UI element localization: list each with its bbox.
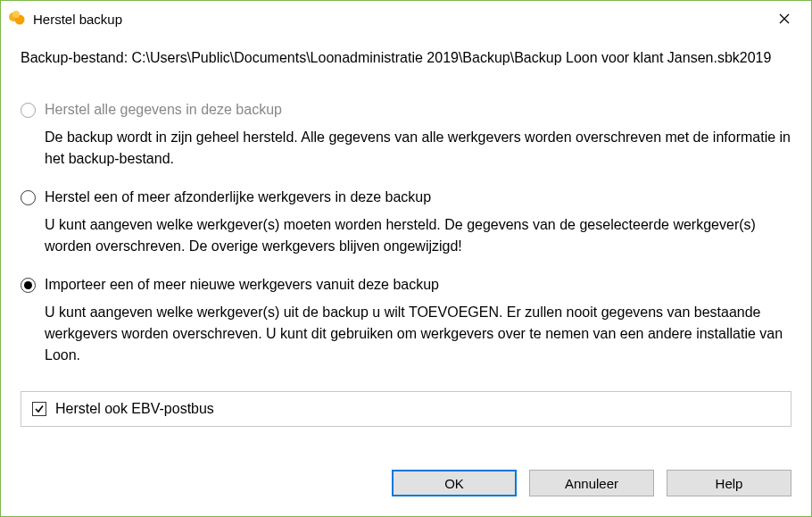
radio-restore-some-label[interactable]: Herstel een of meer afzonderlijke werkge… (45, 189, 431, 205)
ok-button[interactable]: OK (392, 470, 517, 496)
restore-options-group: Herstel alle gegevens in deze backup De … (21, 102, 791, 366)
radio-restore-all-label: Herstel alle gegevens in deze backup (45, 102, 282, 118)
titlebar: Herstel backup (1, 1, 811, 37)
cancel-button[interactable]: Annuleer (529, 470, 654, 496)
ebv-checkbox-label[interactable]: Herstel ook EBV-postbus (55, 401, 214, 417)
radio-import-new[interactable] (21, 278, 36, 293)
radio-restore-some[interactable] (21, 190, 36, 205)
radio-import-new-desc: U kunt aangeven welke werkgever(s) uit d… (21, 302, 791, 366)
radio-restore-some-desc: U kunt aangeven welke werkgever(s) moete… (21, 214, 791, 257)
close-icon (779, 13, 790, 24)
option-import-new: Importeer een of meer nieuwe werkgevers … (21, 277, 791, 366)
backup-file-path: Backup-bestand: C:\Users\Public\Document… (21, 47, 791, 68)
window-title: Herstel backup (33, 12, 766, 27)
option-restore-all: Herstel alle gegevens in deze backup De … (21, 102, 791, 170)
option-restore-some: Herstel een of meer afzonderlijke werkge… (21, 189, 791, 257)
app-icon (8, 10, 26, 28)
radio-restore-all-desc: De backup wordt in zijn geheel hersteld.… (21, 127, 791, 170)
close-button[interactable] (766, 5, 802, 32)
help-button[interactable]: Help (667, 470, 791, 496)
dialog-button-row: OK Annuleer Help (1, 454, 811, 516)
ebv-checkbox[interactable] (32, 402, 46, 416)
radio-restore-all (21, 103, 36, 118)
ebv-checkbox-row: Herstel ook EBV-postbus (21, 391, 791, 427)
dialog-content: Backup-bestand: C:\Users\Public\Document… (1, 37, 811, 454)
dialog-window: Herstel backup Backup-bestand: C:\Users\… (0, 0, 812, 517)
check-icon (34, 404, 45, 414)
radio-import-new-label[interactable]: Importeer een of meer nieuwe werkgevers … (45, 277, 439, 293)
svg-point-2 (12, 11, 20, 18)
